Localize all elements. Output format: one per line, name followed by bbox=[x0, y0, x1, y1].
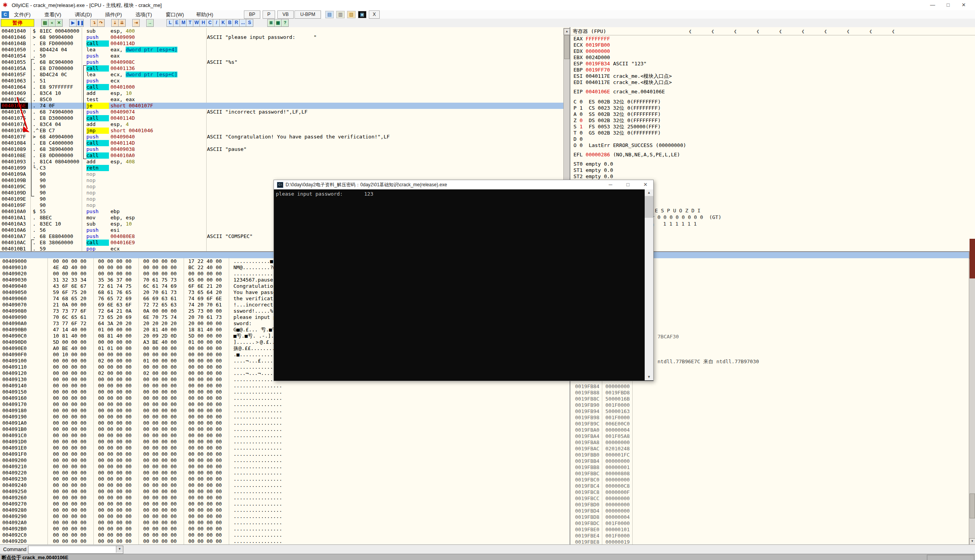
console-close-button[interactable]: ✕ bbox=[638, 180, 653, 189]
dump-row[interactable]: 004091B000 00 00 0000 00 00 0000 00 00 0… bbox=[0, 426, 563, 432]
menu-button-u-bpm[interactable]: U-BPM bbox=[295, 10, 321, 19]
console-icon[interactable]: ▣ bbox=[358, 11, 367, 18]
scroll-up-icon[interactable]: ▲ bbox=[564, 28, 570, 35]
scrollbar-thumb[interactable] bbox=[564, 35, 570, 59]
trace-over-icon[interactable]: ⇊ bbox=[118, 19, 126, 27]
disasm-row[interactable]: 00401063.51pushecx bbox=[0, 78, 563, 84]
register-row[interactable]: EIP 0040106E crack_me.0040106E bbox=[573, 89, 665, 95]
close-program-icon[interactable]: ✕ bbox=[55, 19, 63, 27]
disasm-row[interactable]: 0040107A.83C4 04addesp, 4 bbox=[0, 121, 563, 128]
register-row[interactable]: EBP 0019FF70 bbox=[573, 67, 610, 73]
menu-f[interactable]: 文件(F) bbox=[13, 11, 32, 18]
run-icon[interactable]: ▶ bbox=[69, 19, 77, 27]
dump-row[interactable]: 0040916000 00 00 0000 00 00 0000 00 00 0… bbox=[0, 395, 563, 401]
disasm-row[interactable]: 00401064.E8 97FFFFFFcall00401000 bbox=[0, 84, 563, 90]
dump-row[interactable]: 004091D000 00 00 0000 00 00 0000 00 00 0… bbox=[0, 439, 563, 445]
disasm-row[interactable]: 00401055.68 8C904000push0040908CASCII "%… bbox=[0, 59, 563, 65]
scrollbar-thumb[interactable] bbox=[970, 494, 975, 518]
disasm-row[interactable]: 00401050.8D4424 04leaeax, dword ptr [esp… bbox=[0, 47, 563, 53]
register-row[interactable]: O 0 LastErr ERROR_SUCCESS (00000000) bbox=[573, 142, 686, 149]
help-icon[interactable]: ? bbox=[281, 19, 289, 27]
dump-row[interactable]: 0040926000 00 00 0000 00 00 0000 00 00 0… bbox=[0, 495, 563, 501]
disasm-row[interactable]: 00401046>68 90904000push00409090ASCII "p… bbox=[0, 34, 563, 40]
console-minimize-button[interactable]: ─ bbox=[603, 180, 618, 189]
dump-row[interactable]: 0040924000 00 00 0000 00 00 0000 00 00 0… bbox=[0, 482, 563, 488]
disasm-row[interactable]: 0040107D.^EB C7jmpshort 00401046 bbox=[0, 128, 563, 134]
dump-row[interactable]: 0040925000 00 00 0000 00 00 0000 00 00 0… bbox=[0, 488, 563, 495]
disasm-row[interactable]: 0040105A.E8 D7000000call00401136 bbox=[0, 65, 563, 72]
register-row[interactable]: S 1 FS 0053 32位 250000(FFF) bbox=[573, 124, 661, 130]
windows-icon[interactable]: ▦ bbox=[274, 19, 282, 27]
disasm-row[interactable]: 00401099└.C3retn bbox=[0, 165, 563, 171]
dump-row[interactable]: 0040914000 00 00 0000 00 00 0000 00 00 0… bbox=[0, 383, 563, 389]
console-scrollbar[interactable]: ▲ ▼ bbox=[645, 189, 653, 380]
disasm-row[interactable]: 0040105F.8D4C24 0Cleaecx, dword ptr [esp… bbox=[0, 72, 563, 78]
dump-row[interactable]: 0040915000 00 00 0000 00 00 0000 00 00 0… bbox=[0, 389, 563, 395]
menu-p[interactable]: 插件(P) bbox=[104, 11, 123, 18]
scroll-down-icon[interactable]: ▼ bbox=[969, 538, 975, 545]
dump-row[interactable]: 004091A000 00 00 0000 00 00 0000 00 00 0… bbox=[0, 420, 563, 426]
console-maximize-button[interactable]: □ bbox=[620, 180, 636, 189]
dump-row[interactable]: 004092A000 00 00 0000 00 00 0000 00 00 0… bbox=[0, 520, 563, 526]
dump-row[interactable]: 004091E000 00 00 0000 00 00 0000 00 00 0… bbox=[0, 445, 563, 451]
dump-row[interactable]: 0040923000 00 00 0000 00 00 0000 00 00 0… bbox=[0, 476, 563, 482]
dump-row[interactable]: 0040929000 00 00 0000 00 00 0000 00 00 0… bbox=[0, 513, 563, 520]
console-title-bar[interactable]: C:\ D:\0day\0day2电子资料_解压密码：0day2\01基础知识\… bbox=[274, 180, 653, 189]
collapse-chevron-icon[interactable]: ❮ bbox=[756, 28, 759, 35]
dropdown-arrow-icon[interactable]: ▼ bbox=[116, 546, 123, 553]
toolbar-button-S[interactable]: S bbox=[246, 19, 253, 27]
cpu-window-icon[interactable]: C bbox=[2, 11, 9, 18]
disasm-row[interactable]: 00401093.81C4 08040000addesp, 408 bbox=[0, 159, 563, 165]
log-icon[interactable]: ▥ bbox=[336, 11, 345, 18]
scroll-up-icon[interactable]: ▲ bbox=[645, 189, 653, 196]
disasm-row[interactable]: 00401089.68 38904000push00409038ASCII "p… bbox=[0, 146, 563, 152]
disasm-row[interactable]: 00401040$81EC 00040000subesp, 400 bbox=[0, 28, 563, 34]
collapse-chevron-icon[interactable]: ❮ bbox=[779, 28, 782, 35]
register-row[interactable]: EDI 0040117E crack_me.<模块入口点> bbox=[573, 79, 672, 86]
register-row[interactable]: ECX 0019FB00 bbox=[573, 42, 610, 48]
register-row[interactable]: EAX FFFFFFFF bbox=[573, 36, 610, 42]
disasm-row[interactable]: 0040104B.E8 FD000000call0040114D bbox=[0, 40, 563, 47]
execute-till-return-icon[interactable]: ⇥ bbox=[132, 19, 140, 27]
disasm-row[interactable]: 00401084.E8 C4000000call0040114D bbox=[0, 140, 563, 146]
command-input[interactable]: ▼ bbox=[28, 546, 123, 554]
dump-row[interactable]: 0040918000 00 00 0000 00 00 0000 00 00 0… bbox=[0, 408, 563, 414]
console-scrollbar-thumb[interactable] bbox=[645, 196, 653, 218]
menu-button-p[interactable]: P bbox=[263, 10, 275, 19]
register-row[interactable]: EBX 0024D000 bbox=[573, 54, 610, 61]
register-row[interactable]: D 0 bbox=[573, 136, 582, 142]
dump-row[interactable]: 004091C000 00 00 0000 00 00 0000 00 00 0… bbox=[0, 432, 563, 439]
register-row[interactable]: EDX 00000000 bbox=[573, 48, 610, 54]
go-to-icon[interactable]: → bbox=[146, 19, 154, 27]
disasm-row[interactable]: 0040106E.74 0Fjeshort 0040107F bbox=[0, 103, 563, 109]
trace-into-icon[interactable]: ⇣ bbox=[111, 19, 119, 27]
registers-scrollbar-thumb[interactable] bbox=[970, 239, 975, 278]
register-row[interactable]: ST0 empty 0.0 bbox=[573, 161, 613, 167]
dump-row[interactable]: 0040922000 00 00 0000 00 00 0000 00 00 0… bbox=[0, 470, 563, 476]
notebook-icon[interactable]: ▤ bbox=[325, 11, 334, 18]
collapse-chevron-icon[interactable]: ❮ bbox=[801, 28, 805, 35]
register-row[interactable]: ESP 0019FB34 ASCII "123" bbox=[573, 61, 647, 67]
restart-icon[interactable]: « bbox=[48, 19, 56, 27]
pause-icon[interactable]: ❚❚ bbox=[76, 19, 84, 27]
menu-h[interactable]: 帮助(H) bbox=[195, 11, 214, 18]
stack-scrollbar[interactable]: ▲▼ bbox=[969, 252, 975, 545]
maximize-button[interactable]: □ bbox=[942, 0, 955, 10]
collapse-chevron-icon[interactable]: ❮ bbox=[892, 28, 895, 35]
menu-v[interactable]: 查看(V) bbox=[44, 11, 62, 18]
menu-t[interactable]: 选项(T) bbox=[135, 11, 153, 18]
dump-row[interactable]: 004092C000 00 00 0000 00 00 0000 00 00 0… bbox=[0, 532, 563, 538]
collapse-chevron-icon[interactable]: ❮ bbox=[847, 28, 850, 35]
menu-w[interactable]: 窗口(W) bbox=[165, 11, 185, 18]
register-row[interactable]: ESI 0040117E crack_me.<模块入口点> bbox=[573, 73, 672, 79]
disasm-row[interactable]: 00401070.68 74904000push00409074ASCII "i… bbox=[0, 109, 563, 115]
log-window-icon[interactable]: ≣ bbox=[267, 19, 275, 27]
disasm-row[interactable]: 0040109A90nop bbox=[0, 171, 563, 177]
dump-row[interactable]: 0040920000 00 00 0000 00 00 0000 00 00 0… bbox=[0, 457, 563, 464]
dump-row[interactable]: 0040927000 00 00 0000 00 00 0000 00 00 0… bbox=[0, 501, 563, 507]
register-row[interactable]: P 1 CS 0023 32位 0(FFFFFFFF) bbox=[573, 105, 661, 111]
collapse-chevron-icon[interactable]: ❮ bbox=[869, 28, 872, 35]
console-window[interactable]: C:\ D:\0day\0day2电子资料_解压密码：0day2\01基础知识\… bbox=[274, 180, 654, 381]
dump-row[interactable]: 0040917000 00 00 0000 00 00 0000 00 00 0… bbox=[0, 401, 563, 408]
open-file-icon[interactable]: ▨ bbox=[41, 19, 49, 27]
